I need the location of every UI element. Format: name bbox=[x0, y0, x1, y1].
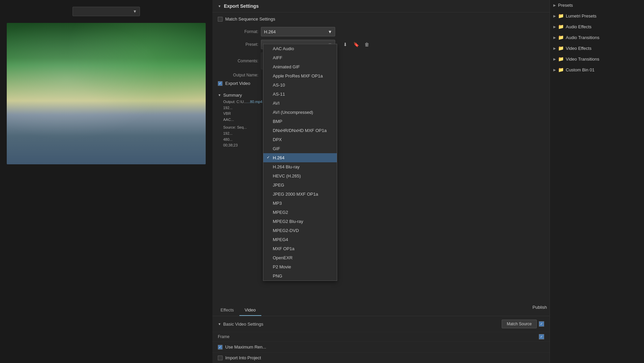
right-panel-label: Presets bbox=[558, 3, 573, 8]
dropdown-item[interactable]: AS-11 bbox=[263, 90, 337, 99]
dropdown-item[interactable]: PNG bbox=[263, 271, 337, 280]
preview-image-inner bbox=[7, 23, 206, 164]
tab-effects[interactable]: Effects bbox=[215, 305, 239, 316]
export-video-label: Export Video bbox=[225, 81, 250, 86]
chevron-icon: ▶ bbox=[553, 25, 556, 29]
tabs-row: Effects Video Publish bbox=[212, 305, 550, 316]
delete-preset-icon[interactable]: 🗑 bbox=[362, 40, 372, 49]
dropdown-item[interactable]: AAC Audio bbox=[263, 44, 337, 53]
right-panel-label: Video Transitions bbox=[566, 57, 599, 62]
dropdown-item[interactable]: BMP bbox=[263, 117, 337, 126]
right-panel-label: Audio Effects bbox=[566, 24, 591, 29]
match-sequence-label: Match Sequence Settings bbox=[225, 16, 275, 22]
basic-video-checkbox[interactable]: ✓ bbox=[539, 321, 544, 327]
right-panel-label: Video Effects bbox=[566, 46, 591, 51]
folder-icon: 📁 bbox=[558, 56, 564, 62]
sequence-dropdown[interactable]: ▼ bbox=[72, 7, 140, 16]
format-dropdown: AAC AudioAIFFAnimated GIFApple ProRes MX… bbox=[263, 44, 337, 281]
right-panel-item-video-transitions[interactable]: ▶📁Video Transitions bbox=[550, 54, 644, 64]
match-source-button[interactable]: Match Source bbox=[502, 320, 537, 328]
format-value: H.264 bbox=[264, 29, 276, 34]
right-panel-item-lumetri-presets[interactable]: ▶📁Lumetri Presets bbox=[550, 10, 644, 21]
dropdown-item[interactable]: MXF OP1a bbox=[263, 244, 337, 253]
dropdown-item[interactable]: JPEG bbox=[263, 180, 337, 190]
format-select[interactable]: H.264 ▼ bbox=[261, 27, 335, 36]
right-panel: ▶Presets▶📁Lumetri Presets▶📁Audio Effects… bbox=[550, 0, 644, 363]
folder-icon: 📁 bbox=[558, 45, 564, 51]
main-panel: ▼ Export Settings Match Sequence Setting… bbox=[212, 0, 550, 363]
toolbar-icons: ⬇ 🔖 🗑 bbox=[341, 40, 372, 49]
frame-checkbox[interactable]: ✓ bbox=[539, 334, 544, 339]
folder-icon: 📁 bbox=[558, 13, 564, 19]
dropdown-item[interactable]: AVI (Uncompressed) bbox=[263, 108, 337, 117]
chevron-icon: ▶ bbox=[553, 46, 556, 50]
import-into-project-row: Import Into Project bbox=[212, 352, 550, 363]
dropdown-item[interactable]: MP3 bbox=[263, 199, 337, 208]
dropdown-item[interactable]: MPEG2 bbox=[263, 208, 337, 217]
dropdown-item[interactable]: P2 Movie bbox=[263, 262, 337, 271]
dropdown-item[interactable]: DPX bbox=[263, 135, 337, 144]
export-video-checkbox[interactable]: ✓ bbox=[218, 81, 223, 86]
folder-icon: 📁 bbox=[558, 24, 564, 29]
comments-label: Comments: bbox=[218, 59, 258, 63]
preview-image bbox=[7, 23, 206, 164]
chevron-icon: ▶ bbox=[553, 68, 556, 72]
use-max-render-label: Use Maximum Ren... bbox=[225, 344, 266, 350]
dropdown-item[interactable]: MPEG2-DVD bbox=[263, 226, 337, 235]
right-panel-item-presets[interactable]: ▶Presets bbox=[550, 0, 644, 10]
dropdown-item[interactable]: MPEG4 bbox=[263, 235, 337, 244]
dropdown-item[interactable]: GIF bbox=[263, 144, 337, 153]
format-row: Format: H.264 ▼ bbox=[218, 27, 544, 36]
dropdown-item[interactable]: H.264 bbox=[263, 153, 337, 162]
use-max-render-checkbox[interactable]: ✓ bbox=[218, 345, 223, 350]
dropdown-item[interactable]: AS-10 bbox=[263, 80, 337, 90]
basic-video-settings-row: ▼ Basic Video Settings Match Source ✓ bbox=[212, 316, 550, 332]
summary-label: Summary bbox=[223, 93, 242, 98]
dropdown-item[interactable]: Apple ProRes MXF OP1a bbox=[263, 71, 337, 80]
summary-collapse-icon[interactable]: ▼ bbox=[218, 93, 221, 97]
tab-spacer bbox=[261, 305, 533, 316]
match-sequence-row: Match Sequence Settings bbox=[218, 16, 544, 22]
dropdown-item[interactable]: HEVC (H.265) bbox=[263, 171, 337, 180]
dropdown-item[interactable]: H.264 Blu-ray bbox=[263, 162, 337, 171]
chevron-icon: ▶ bbox=[553, 14, 556, 18]
right-panel-item-audio-effects[interactable]: ▶📁Audio Effects bbox=[550, 21, 644, 32]
format-dropdown-arrow-icon: ▼ bbox=[328, 29, 332, 34]
dropdown-item[interactable]: OpenEXR bbox=[263, 253, 337, 262]
frame-row: Frame ✓ bbox=[212, 332, 550, 341]
folder-icon: 📁 bbox=[558, 67, 564, 72]
import-into-project-checkbox[interactable] bbox=[218, 356, 223, 360]
save-preset-icon[interactable]: 🔖 bbox=[351, 40, 361, 49]
format-label: Format: bbox=[218, 29, 258, 34]
right-panel-label: Lumetri Presets bbox=[566, 13, 596, 19]
right-panel-item-video-effects[interactable]: ▶📁Video Effects bbox=[550, 43, 644, 54]
import-into-project-label: Import Into Project bbox=[225, 355, 261, 360]
frame-label: Frame bbox=[218, 334, 230, 339]
right-panel-label: Audio Transitions bbox=[566, 35, 599, 40]
basic-video-label: Basic Video Settings bbox=[223, 322, 263, 327]
preset-label: Preset: bbox=[218, 42, 258, 47]
tab-publish[interactable]: Publish bbox=[532, 305, 547, 316]
chevron-icon: ▶ bbox=[553, 3, 556, 7]
dropdown-item[interactable]: AVI bbox=[263, 99, 337, 108]
collapse-arrow-icon[interactable]: ▼ bbox=[218, 4, 221, 8]
dropdown-item[interactable]: JPEG 2000 MXF OP1a bbox=[263, 190, 337, 199]
tab-video[interactable]: Video bbox=[239, 305, 261, 316]
dropdown-item[interactable]: MPEG2 Blu-ray bbox=[263, 217, 337, 226]
basic-video-collapse-icon[interactable]: ▼ bbox=[218, 322, 221, 326]
export-header: ▼ Export Settings bbox=[212, 0, 550, 12]
dropdown-item[interactable]: Animated GIF bbox=[263, 62, 337, 71]
dropdown-item[interactable]: AIFF bbox=[263, 53, 337, 62]
download-icon[interactable]: ⬇ bbox=[341, 40, 350, 49]
dropdown-item[interactable]: DNxHR/DNxHD MXF OP1a bbox=[263, 126, 337, 135]
dropdown-arrow-icon: ▼ bbox=[133, 9, 137, 14]
use-max-render-row: ✓ Use Maximum Ren... bbox=[212, 341, 550, 352]
left-panel: ▼ bbox=[0, 0, 212, 363]
right-panel-item-custom-bin-01[interactable]: ▶📁Custom Bin 01 bbox=[550, 64, 644, 75]
chevron-icon: ▶ bbox=[553, 36, 556, 39]
right-panel-item-audio-transitions[interactable]: ▶📁Audio Transitions bbox=[550, 32, 644, 43]
match-sequence-checkbox[interactable] bbox=[218, 17, 223, 22]
right-panel-label: Custom Bin 01 bbox=[566, 67, 594, 72]
export-title: Export Settings bbox=[224, 3, 259, 9]
output-name-label: Output Name: bbox=[218, 73, 258, 77]
